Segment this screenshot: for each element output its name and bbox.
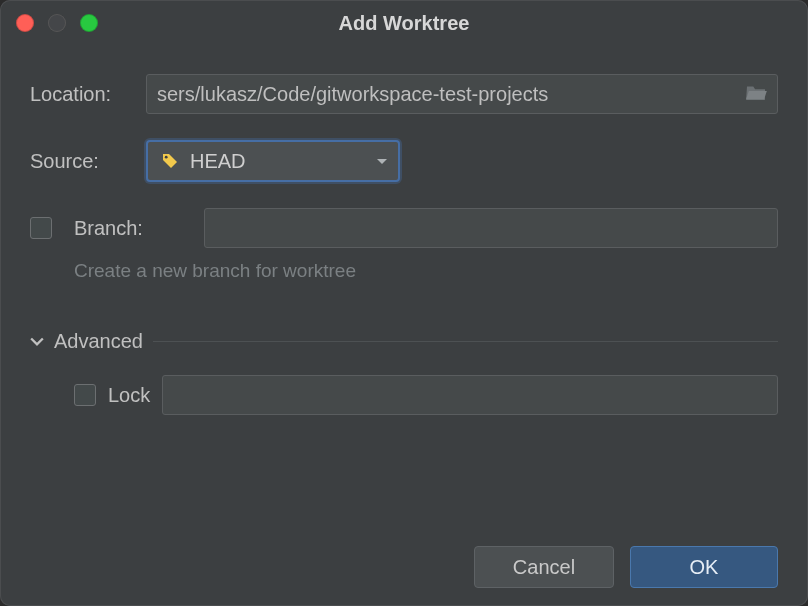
location-row: Location: sers/lukasz/Code/gitworkspace-…	[30, 74, 778, 114]
dialog-content: Location: sers/lukasz/Code/gitworkspace-…	[0, 46, 808, 606]
branch-row: Branch:	[30, 208, 778, 248]
source-value: HEAD	[190, 150, 366, 173]
browse-folder-icon[interactable]	[739, 83, 767, 106]
svg-point-0	[165, 156, 168, 159]
location-label: Location:	[30, 83, 138, 106]
branch-checkbox[interactable]	[30, 217, 52, 239]
ok-button[interactable]: OK	[630, 546, 778, 588]
location-value: sers/lukasz/Code/gitworkspace-test-proje…	[157, 83, 739, 106]
lock-checkbox[interactable]	[74, 384, 96, 406]
source-combobox[interactable]: HEAD	[146, 140, 400, 182]
branch-helper-text: Create a new branch for worktree	[74, 260, 778, 282]
source-label: Source:	[30, 150, 138, 173]
window-title: Add Worktree	[0, 12, 808, 35]
lock-label: Lock	[108, 384, 150, 407]
chevron-down-icon	[30, 335, 44, 349]
section-divider	[153, 341, 778, 342]
tag-icon	[160, 151, 180, 171]
zoom-window-button[interactable]	[80, 14, 98, 32]
source-row: Source: HEAD	[30, 140, 778, 182]
cancel-button[interactable]: Cancel	[474, 546, 614, 588]
minimize-window-button[interactable]	[48, 14, 66, 32]
advanced-section-header[interactable]: Advanced	[30, 330, 778, 353]
lock-reason-input[interactable]	[162, 375, 778, 415]
dialog-add-worktree: Add Worktree Location: sers/lukasz/Code/…	[0, 0, 808, 606]
window-controls	[16, 14, 98, 32]
titlebar: Add Worktree	[0, 0, 808, 46]
chevron-down-icon	[376, 150, 388, 173]
cancel-button-label: Cancel	[513, 556, 575, 579]
location-field[interactable]: sers/lukasz/Code/gitworkspace-test-proje…	[146, 74, 778, 114]
advanced-label: Advanced	[54, 330, 143, 353]
close-window-button[interactable]	[16, 14, 34, 32]
branch-name-input[interactable]	[204, 208, 778, 248]
lock-row: Lock	[74, 375, 778, 415]
branch-label: Branch:	[74, 217, 143, 240]
dialog-footer: Cancel OK	[30, 526, 778, 588]
ok-button-label: OK	[690, 556, 719, 579]
